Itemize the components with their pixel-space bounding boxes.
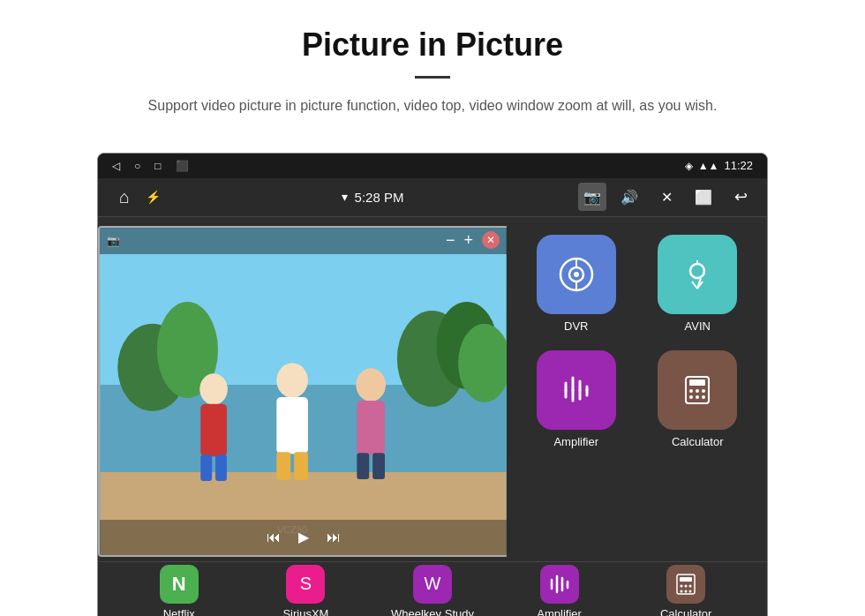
pip-video: VCZ80 📷 − + ✕ ⏮ ▶ ⏭ [100, 228, 507, 555]
back-button[interactable]: ↩ [726, 183, 755, 211]
status-time: 11:22 [724, 159, 753, 172]
bottom-wheelkey-icon: W [413, 565, 452, 604]
avin-icon [658, 235, 737, 314]
close-button[interactable]: ✕ [652, 183, 681, 211]
svg-point-62 [689, 590, 692, 592]
svg-point-45 [696, 395, 699, 399]
status-bar-right: ◈ ▲▲ 11:22 [685, 159, 753, 172]
pip-rewind-button[interactable]: ⏮ [267, 530, 281, 545]
svg-rect-19 [372, 453, 385, 479]
calculator-label: Calculator [672, 435, 724, 448]
svg-point-46 [702, 395, 705, 399]
pip-controls-bar: 📷 − + ✕ [100, 228, 507, 254]
pip-forward-button[interactable]: ⏭ [327, 530, 341, 545]
media-icon: ⬛ [176, 160, 189, 172]
svg-point-8 [199, 373, 228, 405]
toolbar-right: 📷 🔊 ✕ ⬜ ↩ [578, 183, 755, 211]
status-bar: ◁ ○ □ ⬛ ◈ ▲▲ 11:22 [98, 154, 767, 178]
bottom-app-bar: N Netflix S SiriusXM W Wheelkey Study [98, 561, 767, 616]
wifi-icon: ▾ [342, 190, 348, 204]
bottom-netflix-label: Netflix [163, 607, 195, 616]
svg-point-16 [356, 368, 386, 402]
bottom-siriusxm-label: SiriusXM [282, 607, 328, 616]
app-grid: DVR AVIN [507, 217, 767, 561]
bottom-netflix-icon: N [160, 565, 199, 604]
pip-play-button[interactable]: ▶ [298, 529, 309, 545]
svg-rect-11 [215, 454, 227, 481]
pip-zoom-out-button[interactable]: − [446, 231, 455, 250]
usb-button[interactable]: ⚡ [139, 183, 167, 211]
svg-point-44 [689, 395, 693, 399]
pip-control-buttons: − + ✕ [446, 231, 500, 250]
svg-point-58 [685, 584, 688, 587]
bottom-calculator-label: Calculator [660, 607, 712, 616]
amplifier-icon [537, 350, 616, 430]
home-nav-icon[interactable]: ○ [134, 160, 140, 172]
toolbar-time: 5:28 PM [355, 190, 404, 205]
app-toolbar: ⌂ ⚡ ▾ 5:28 PM 📷 🔊 ✕ ⬜ ↩ [98, 178, 767, 217]
avin-label: AVIN [685, 319, 711, 333]
svg-rect-15 [294, 452, 308, 480]
window-button[interactable]: ⬜ [689, 183, 718, 211]
device-frame: ◁ ○ □ ⬛ ◈ ▲▲ 11:22 ⌂ ⚡ ▾ 5:28 PM 📷 🔊 ✕ ⬜… [97, 153, 768, 616]
bottom-wheelkey-label: Wheelkey Study [391, 607, 474, 616]
svg-rect-40 [689, 379, 705, 386]
speaker-button[interactable]: 🔊 [615, 183, 643, 211]
page-subtitle: Support video picture in picture functio… [97, 94, 768, 117]
bottom-app-calculator[interactable]: Calculator [633, 565, 739, 616]
pip-playback-controls[interactable]: ⏮ ▶ ⏭ [100, 520, 507, 555]
camera-button[interactable]: 📷 [578, 183, 606, 211]
pip-close-button[interactable]: ✕ [482, 231, 500, 249]
app-dvr[interactable]: DVR [524, 235, 628, 333]
video-scene-svg: VCZ80 [100, 228, 507, 555]
dvr-icon [537, 235, 616, 314]
signal-icon: ▲▲ [698, 160, 719, 172]
svg-point-26 [690, 264, 704, 278]
main-content: N S W [98, 217, 767, 561]
svg-rect-9 [200, 403, 227, 455]
svg-rect-56 [680, 577, 692, 582]
svg-point-12 [276, 363, 308, 398]
pip-camera-icon: 📷 [107, 235, 120, 247]
svg-point-42 [696, 389, 699, 393]
app-calculator[interactable]: Calculator [646, 350, 750, 448]
dvr-label: DVR [564, 319, 588, 333]
svg-point-60 [681, 590, 683, 592]
page-header: Picture in Picture Support video picture… [0, 0, 865, 135]
pip-zoom-in-button[interactable]: + [463, 231, 473, 250]
home-button[interactable]: ⌂ [110, 183, 139, 211]
svg-point-43 [702, 389, 705, 393]
svg-point-41 [689, 389, 693, 393]
svg-line-29 [692, 282, 697, 289]
bottom-app-siriusxm[interactable]: S SiriusXM [252, 565, 358, 616]
location-icon: ◈ [685, 160, 693, 172]
bottom-app-amplifier[interactable]: Amplifier [507, 565, 613, 616]
svg-point-57 [681, 584, 683, 587]
back-nav-icon[interactable]: ◁ [112, 160, 120, 172]
calculator-icon [658, 350, 737, 430]
svg-point-25 [574, 272, 579, 277]
pip-window[interactable]: VCZ80 📷 − + ✕ ⏮ ▶ ⏭ [98, 226, 508, 557]
recents-nav-icon[interactable]: □ [154, 160, 161, 172]
bottom-amplifier-label: Amplifier [537, 607, 582, 616]
svg-rect-17 [357, 400, 385, 454]
svg-rect-13 [276, 397, 308, 454]
bottom-amplifier-icon [540, 565, 579, 604]
svg-rect-10 [200, 454, 212, 481]
app-avin[interactable]: AVIN [646, 235, 750, 333]
bottom-siriusxm-icon: S [286, 565, 325, 604]
bottom-app-wheelkey[interactable]: W Wheelkey Study [380, 565, 485, 616]
svg-rect-18 [357, 453, 369, 479]
amplifier-label: Amplifier [553, 435, 598, 448]
svg-rect-14 [276, 452, 290, 480]
bottom-calculator-icon [666, 565, 705, 604]
status-bar-left: ◁ ○ □ ⬛ [112, 160, 189, 172]
title-divider [415, 76, 450, 79]
bottom-app-netflix[interactable]: N Netflix [126, 565, 232, 616]
toolbar-center: ▾ 5:28 PM [342, 190, 404, 205]
toolbar-left: ⌂ ⚡ [110, 183, 167, 211]
svg-point-61 [685, 590, 688, 592]
page-title: Picture in Picture [71, 26, 794, 64]
svg-point-59 [689, 584, 692, 587]
app-amplifier[interactable]: Amplifier [524, 350, 628, 448]
